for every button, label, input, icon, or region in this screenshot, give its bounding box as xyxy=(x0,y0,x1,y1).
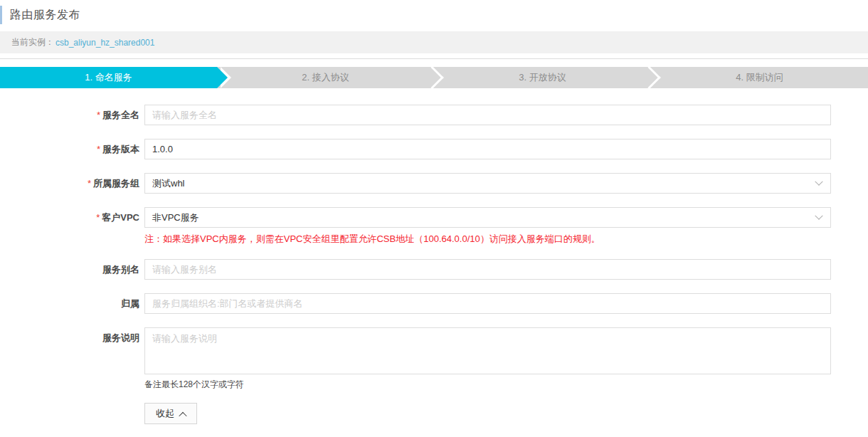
service-version-input[interactable] xyxy=(144,139,831,159)
step-label: 1. 命名服务 xyxy=(85,71,132,84)
form-row-service-description: 服务说明 备注最长128个汉字或字符 xyxy=(0,327,831,391)
service-group-label: *所属服务组 xyxy=(0,173,139,194)
required-asterisk: * xyxy=(97,110,100,120)
service-alias-label: 服务别名 xyxy=(0,259,139,280)
header-divider xyxy=(0,58,868,59)
customer-vpc-label: *客户VPC xyxy=(0,207,139,246)
form-row-ownership: 归属 xyxy=(0,293,831,314)
service-group-select[interactable]: 测试whl xyxy=(144,173,831,194)
step-2-access-protocol[interactable]: 2. 接入协议 xyxy=(217,67,434,88)
chevron-up-icon xyxy=(179,411,186,419)
title-accent-bar xyxy=(0,6,2,24)
chevron-down-icon xyxy=(815,177,822,185)
form-row-service-alias: 服务别名 xyxy=(0,259,831,280)
required-asterisk: * xyxy=(88,178,91,189)
form-row-service-group: *所属服务组 测试whl xyxy=(0,173,831,194)
customer-vpc-select[interactable]: 非VPC服务 xyxy=(144,207,831,228)
service-version-label: *服务版本 xyxy=(0,139,139,159)
instance-link[interactable]: csb_aliyun_hz_shared001 xyxy=(55,38,154,48)
required-asterisk: * xyxy=(97,144,100,154)
page-title-row: 路由服务发布 xyxy=(0,5,868,25)
step-label: 3. 开放协议 xyxy=(519,71,566,84)
service-description-label: 服务说明 xyxy=(0,327,139,391)
page-title: 路由服务发布 xyxy=(10,8,80,23)
form-row-service-fullname: *服务全名 xyxy=(0,105,831,125)
customer-vpc-selected-value: 非VPC服务 xyxy=(152,211,199,224)
form-row-collapse: 收起 xyxy=(0,403,831,424)
chevron-down-icon xyxy=(815,211,822,219)
service-fullname-label: *服务全名 xyxy=(0,105,139,125)
route-service-publish-page: 路由服务发布 当前实例： csb_aliyun_hz_shared001 1. … xyxy=(0,5,868,424)
service-group-selected-value: 测试whl xyxy=(152,177,185,190)
form-row-customer-vpc: *客户VPC 非VPC服务 注：如果选择VPC内服务，则需在VPC安全组里配置允… xyxy=(0,207,831,246)
current-instance-bar: 当前实例： csb_aliyun_hz_shared001 xyxy=(0,31,868,53)
service-description-textarea[interactable] xyxy=(144,327,831,374)
required-asterisk: * xyxy=(96,212,100,223)
collapse-spacer xyxy=(0,403,139,424)
collapse-button-label: 收起 xyxy=(156,407,174,420)
naming-service-form: *服务全名 *服务版本 *所属服务组 测试whl xyxy=(0,105,868,424)
form-row-service-version: *服务版本 xyxy=(0,139,831,159)
vpc-security-note: 注：如果选择VPC内服务，则需在VPC安全组里配置允许CSB地址（100.64.… xyxy=(144,233,831,246)
service-fullname-input[interactable] xyxy=(144,105,831,125)
ownership-input[interactable] xyxy=(144,293,831,314)
ownership-label: 归属 xyxy=(0,293,139,314)
step-label: 2. 接入协议 xyxy=(302,71,349,84)
description-length-note: 备注最长128个汉字或字符 xyxy=(144,379,831,391)
instance-label: 当前实例： xyxy=(11,36,54,48)
step-wizard: 1. 命名服务 2. 接入协议 3. 开放协议 4. 限制访问 xyxy=(0,67,868,88)
step-3-open-protocol[interactable]: 3. 开放协议 xyxy=(434,67,651,88)
collapse-button[interactable]: 收起 xyxy=(144,403,197,424)
step-1-naming-service[interactable]: 1. 命名服务 xyxy=(0,67,217,88)
service-alias-input[interactable] xyxy=(144,259,831,280)
step-4-restrict-access[interactable]: 4. 限制访问 xyxy=(651,67,868,88)
step-label: 4. 限制访问 xyxy=(736,71,783,84)
